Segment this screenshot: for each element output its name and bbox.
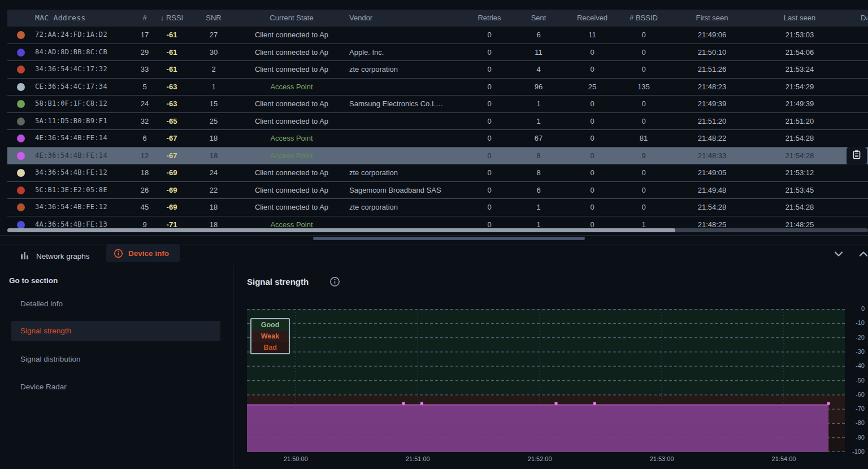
column-header-sent[interactable]: Sent <box>510 10 567 27</box>
cell-sent: 1 <box>510 216 567 229</box>
cell-received: 0 <box>567 130 618 147</box>
cell-state: Client connected to Ap <box>238 113 345 130</box>
cell-vendor <box>345 79 468 95</box>
cell-vendor: zte corporation <box>345 164 468 181</box>
cell-received: 0 <box>567 113 618 130</box>
tab-network-graphs-label: Network graphs <box>36 252 90 260</box>
cell-vendor <box>345 130 468 147</box>
table-row[interactable]: 34:36:54:4B:FE:1245-6918Client connected… <box>7 199 868 216</box>
column-header-dot[interactable] <box>7 10 29 27</box>
cell-num: 5 <box>135 79 154 95</box>
cell-mac: 4E:36:54:4B:FE:14 <box>29 147 135 164</box>
cell-snr: 27 <box>189 27 238 44</box>
cell-received: 0 <box>567 95 618 112</box>
cell-mac: 58:B1:0F:1F:C8:12 <box>29 95 135 112</box>
cell-last_seen: 21:54:29 <box>754 79 845 95</box>
cell-received: 0 <box>567 182 618 199</box>
cell-vendor <box>345 147 468 164</box>
column-header-retries[interactable]: Retries <box>468 10 510 27</box>
info-icon[interactable] <box>329 276 340 289</box>
tab-device-info-label: Device info <box>128 249 169 258</box>
table-row[interactable]: 84:AD:8D:BB:8C:CB29-6130Client connected… <box>7 44 868 62</box>
section-nav-item-signal-distribution[interactable]: Signal distribution <box>11 349 220 370</box>
copy-row-button[interactable] <box>847 147 867 165</box>
cell-retries: 0 <box>468 199 510 216</box>
cell-bssid: 1 <box>618 216 670 229</box>
cell-state: Client connected to Ap <box>238 44 345 61</box>
table-header: MAC Address#↓ RSSISNRCurrent StateVendor… <box>7 10 868 27</box>
page-hscrollbar-thumb[interactable] <box>313 237 585 240</box>
column-header-data[interactable]: Data <box>845 10 867 27</box>
column-header-last_seen[interactable]: Last seen <box>754 10 845 27</box>
cell-data <box>845 216 867 229</box>
cell-rssi: -61 <box>154 44 189 61</box>
x-tick-label: 21:51:00 <box>398 455 437 462</box>
cell-first_seen: 21:51:20 <box>670 113 754 130</box>
device-color-cell <box>7 95 29 112</box>
table-row[interactable]: 4E:36:54:4B:FE:1412-6718Access Point0809… <box>7 147 868 165</box>
table-row[interactable]: 4E:36:54:4B:FE:146-6718Access Point06708… <box>7 130 868 147</box>
cell-last_seen: 21:54:28 <box>754 147 845 164</box>
table-row[interactable]: 34:36:54:4C:17:3233-612Client connected … <box>7 61 868 79</box>
device-color-cell <box>7 130 29 147</box>
y-tick-label: -50 <box>840 377 865 384</box>
cell-first_seen: 21:49:48 <box>670 182 754 199</box>
table-row[interactable]: 5A:11:D5:B0:B9:F132-6525Client connected… <box>7 113 868 131</box>
chevron-up-icon[interactable] <box>858 250 868 260</box>
table-row[interactable]: 5C:B1:3E:E2:05:8E26-6922Client connected… <box>7 182 868 199</box>
cell-num: 12 <box>135 147 154 164</box>
cell-last_seen: 21:53:03 <box>754 27 845 44</box>
cell-retries: 0 <box>468 147 510 164</box>
table-hscrollbar-track[interactable] <box>7 228 868 232</box>
cell-state: Client connected to Ap <box>238 27 345 44</box>
cell-received: 0 <box>567 199 618 216</box>
legend-entry-bad: Bad <box>251 342 289 353</box>
tab-network-graphs[interactable]: Network graphs <box>20 249 90 263</box>
column-header-first_seen[interactable]: First seen <box>670 10 754 27</box>
cell-bssid: 0 <box>618 27 670 44</box>
section-nav-item-signal-strength[interactable]: Signal strength <box>11 321 220 341</box>
y-tick-label: -30 <box>840 348 865 355</box>
cell-data <box>845 113 867 130</box>
table-hscrollbar-thumb[interactable] <box>7 228 675 232</box>
cell-state: Client connected to Ap <box>238 199 345 216</box>
cell-last_seen: 21:49:39 <box>754 95 845 112</box>
cell-data <box>845 182 867 199</box>
cell-retries: 0 <box>468 164 510 181</box>
cell-bssid: 0 <box>618 95 670 112</box>
table-bottom-divider <box>0 235 868 236</box>
table-row[interactable]: 72:AA:24:FD:1A:D217-6127Client connected… <box>7 27 868 44</box>
cell-retries: 0 <box>468 182 510 199</box>
cell-received: 25 <box>567 79 618 95</box>
table-row[interactable]: CE:36:54:4C:17:345-631Access Point096251… <box>7 79 868 96</box>
column-header-snr[interactable]: SNR <box>189 10 238 27</box>
cell-sent: 1 <box>510 199 567 216</box>
chevron-down-icon[interactable] <box>833 250 844 260</box>
table-row[interactable]: 58:B1:0F:1F:C8:1224-6315Client connected… <box>7 95 868 113</box>
column-header-rssi[interactable]: ↓ RSSI <box>154 10 189 27</box>
table-row[interactable]: 4A:36:54:4B:FE:139-7118Access Point01012… <box>7 216 868 229</box>
section-nav-item-device-radar[interactable]: Device Radar <box>11 377 220 397</box>
cell-rssi: -71 <box>154 216 189 229</box>
column-header-received[interactable]: Received <box>567 10 618 27</box>
column-header-num[interactable]: # <box>135 10 154 27</box>
cell-snr: 1 <box>189 79 238 95</box>
cell-vendor <box>345 216 468 229</box>
cell-num: 45 <box>135 199 154 216</box>
cell-vendor <box>345 113 468 130</box>
bar-chart-icon <box>20 251 29 262</box>
device-color-dot <box>17 83 25 91</box>
column-header-mac[interactable]: MAC Address <box>29 10 135 27</box>
tab-device-info[interactable]: Device info <box>106 244 180 262</box>
column-header-state[interactable]: Current State <box>238 10 345 27</box>
y-tick-label: -60 <box>840 391 865 398</box>
column-header-vendor[interactable]: Vendor <box>345 10 468 27</box>
device-color-dot <box>17 169 25 177</box>
section-nav-item-detailed-info[interactable]: Detailed info <box>11 294 220 314</box>
cell-data <box>845 44 867 61</box>
cell-first_seen: 21:48:25 <box>670 216 754 229</box>
section-nav: Go to section Detailed infoSignal streng… <box>0 266 233 469</box>
cell-snr: 18 <box>189 199 238 216</box>
column-header-bssid[interactable]: # BSSID <box>618 10 670 27</box>
table-row[interactable]: 34:36:54:4B:FE:1218-6924Client connected… <box>7 164 868 182</box>
